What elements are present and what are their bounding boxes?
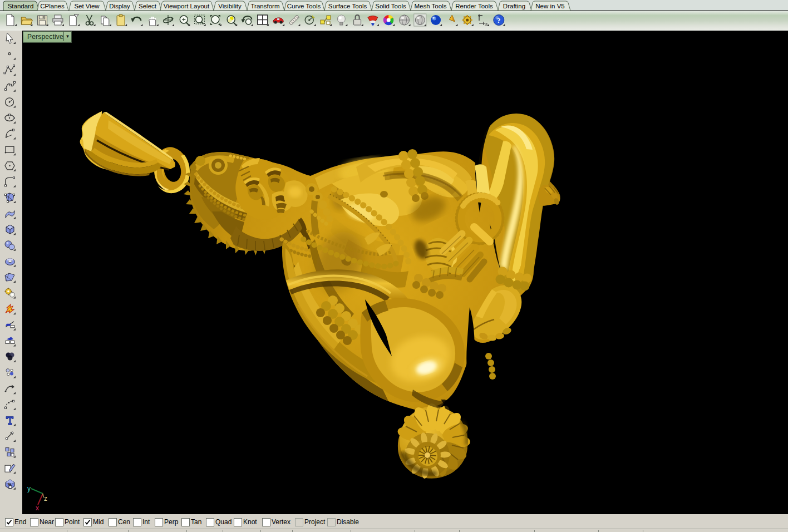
svg-text:»: » <box>8 480 11 487</box>
svg-text:New in V5: New in V5 <box>535 3 564 9</box>
svg-text:Visibility: Visibility <box>218 3 242 9</box>
svg-text:Select: Select <box>139 3 157 9</box>
svg-text:y: y <box>27 485 31 492</box>
svg-text:Transform: Transform <box>251 3 280 9</box>
svg-text:Viewport Layout: Viewport Layout <box>164 3 210 9</box>
svg-text:Solid Tools: Solid Tools <box>375 3 406 9</box>
svg-text:?: ? <box>497 16 501 24</box>
svg-text:Drafting: Drafting <box>503 3 525 9</box>
svg-text:z: z <box>44 495 47 503</box>
svg-text:x: x <box>36 504 39 512</box>
svg-text:Mesh Tools: Mesh Tools <box>415 3 447 9</box>
svg-text:Set View: Set View <box>74 3 100 9</box>
svg-text:Render Tools: Render Tools <box>455 3 493 9</box>
svg-text:CPlanes: CPlanes <box>40 3 65 9</box>
svg-text:Curve Tools: Curve Tools <box>287 3 321 9</box>
svg-text:Surface Tools: Surface Tools <box>328 3 367 9</box>
svg-text:Display: Display <box>109 3 130 9</box>
svg-text:Standard: Standard <box>8 3 34 9</box>
